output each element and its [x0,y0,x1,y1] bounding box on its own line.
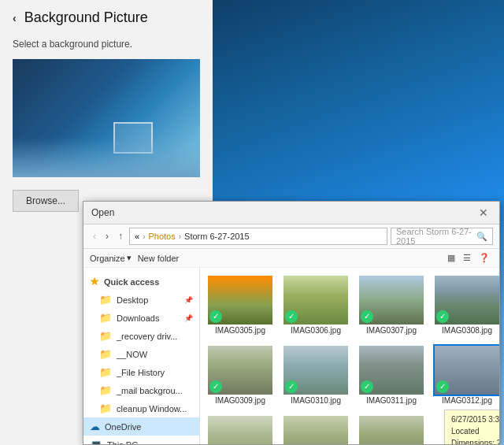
file-item-IMAG0310.jpg[interactable]: IMAG0310.jpg [280,343,351,408]
pin-icon2: 📌 [184,314,193,322]
sidebar-item-file-history[interactable]: 📁 _File History [83,363,199,381]
tooltip-dimensions: Dimensions: 2688 × 1520 [451,437,499,444]
sidebar-item-cleanup[interactable]: 📁 cleanup Window... [83,399,199,417]
recovery-folder-icon: 📁 [99,330,112,342]
sidebar-label-quick-access: Quick access [104,277,159,287]
file-item-IMAG0309.jpg[interactable]: IMAG0309.jpg [205,343,276,408]
sidebar-item-recovery[interactable]: 📁 _recovery driv... [83,327,199,345]
breadcrumb-arrow1: › [143,232,145,241]
breadcrumb-storm[interactable]: Storm 6-27-2015 [184,232,250,241]
file-thumbnail [435,276,499,324]
file-thumbnail [284,346,348,395]
mail-folder-icon: 📁 [99,384,112,396]
file-thumbnail [208,416,272,444]
sidebar-label-this-pc: This PC [107,440,138,445]
sidebar-item-desktop[interactable]: 📁 Desktop 📌 [83,291,199,309]
breadcrumb-photos[interactable]: Photos [148,232,175,241]
sidebar-label-mail: _mail backgrou... [117,386,183,395]
file-thumbnail [435,346,499,395]
downloads-folder-icon: 📁 [99,312,112,324]
file-thumbnail [359,346,424,395]
view-icon-btn[interactable]: ▦ [444,251,458,265]
file-name-label: IMAG0308.jpg [442,326,492,335]
file-grid-container: IMAG0305.jpgIMAG0306.jpgIMAG0307.jpgIMAG… [200,268,499,444]
file-name-label: IMAG0311.jpg [366,396,417,405]
sidebar-item-mail-bg[interactable]: 📁 _mail backgrou... [83,381,199,399]
dialog-title: Open [91,207,114,218]
sidebar-label-now: __NOW [117,350,147,359]
file-name-label: IMAG0312.jpg [442,396,492,405]
view-buttons: ▦ ☰ ❓ [444,251,493,265]
now-folder-icon: 📁 [99,348,112,360]
breadcrumb-arrow2: › [179,232,181,241]
file-item-IMAG0312.jpg[interactable]: IMAG0312.jpg [432,343,499,408]
file-thumbnail [208,346,272,395]
nav-up-button[interactable]: ↑ [115,229,126,243]
view-help-btn[interactable]: ❓ [476,251,493,265]
dialog-close-button[interactable]: ✕ [476,206,491,219]
file-item-IMAG0315.jpg[interactable]: IMAG0315.jpg [356,413,427,444]
file-tooltip: 6/27/2015 3:31 Ph... Located Dimensions:… [444,410,499,444]
sidebar-label-history: _File History [117,368,165,377]
desktop-folder-icon: 📁 [99,294,112,306]
cleanup-folder-icon: 📁 [99,402,112,414]
nav-back-button[interactable]: ‹ [90,229,99,243]
file-item-IMAG0308.jpg[interactable]: IMAG0308.jpg [432,273,499,338]
nav-forward-button[interactable]: › [102,229,112,243]
file-thumbnail [284,276,348,324]
organize-label: Organize [90,254,125,263]
sidebar-label-onedrive: OneDrive [105,422,141,432]
dialog-toolbar: ‹ › ↑ « › Photos › Storm 6-27-2015 Searc… [83,224,499,249]
file-item-IMAG0314.jpg[interactable]: IMAG0314.jpg [280,413,351,444]
sidebar-label-desktop: Desktop [117,295,148,305]
sidebar-item-quick-access[interactable]: ★ Quick access [83,271,199,291]
search-placeholder-text: Search Storm 6-27-2015 [396,227,476,246]
file-thumbnail [208,276,272,324]
browse-button[interactable]: Browse... [13,190,79,212]
file-thumbnail [359,416,424,444]
file-item-IMAG0311.jpg[interactable]: IMAG0311.jpg [356,343,427,408]
sidebar-item-onedrive[interactable]: ☁ OneDrive [83,417,199,436]
quick-access-icon: ★ [90,276,99,287]
this-pc-icon: 💻 [90,439,102,444]
panel-subtitle: Select a background picture. [0,35,213,59]
search-bar[interactable]: Search Storm 6-27-2015 🔍 [391,228,493,245]
search-icon[interactable]: 🔍 [476,232,487,242]
sidebar-item-this-pc[interactable]: 💻 This PC [83,436,199,444]
file-name-label: IMAG0306.jpg [291,326,341,335]
dialog-titlebar: Open ✕ [83,202,499,224]
dialog-actions-bar: Organize ▾ New folder ▦ ☰ ❓ [83,249,499,268]
pin-icon: 📌 [184,296,193,304]
file-name-label: IMAG0305.jpg [215,326,265,335]
sidebar-label-cleanup: cleanup Window... [117,404,187,413]
sidebar-label-downloads: Downloads [117,313,159,323]
organize-button[interactable]: Organize ▾ [90,253,132,263]
file-item-IMAG0305.jpg[interactable]: IMAG0305.jpg [205,273,276,338]
panel-title: Background Picture [24,9,148,26]
file-item-IMAG0306.jpg[interactable]: IMAG0306.jpg [280,273,351,338]
file-name-label: IMAG0310.jpg [291,396,341,405]
view-list-btn[interactable]: ☰ [460,251,474,265]
file-name-label: IMAG0309.jpg [215,396,265,405]
new-folder-button[interactable]: New folder [138,254,180,263]
file-item-IMAG0313.jpg[interactable]: IMAG0313.jpg [205,413,276,444]
sidebar-item-now[interactable]: 📁 __NOW [83,345,199,363]
file-name-label: IMAG0307.jpg [366,326,417,335]
organize-dropdown-icon: ▾ [127,253,132,263]
sidebar-item-downloads[interactable]: 📁 Downloads 📌 [83,309,199,327]
onedrive-icon: ☁ [90,421,100,432]
tooltip-date: 6/27/2015 3:31 Ph... [451,413,499,425]
breadcrumb[interactable]: « › Photos › Storm 6-27-2015 [129,228,387,245]
open-dialog: Open ✕ ‹ › ↑ « › Photos › Storm 6-27-201… [83,201,500,445]
file-item-IMAG0307.jpg[interactable]: IMAG0307.jpg [356,273,427,338]
breadcrumb-prefix: « [135,232,139,241]
file-thumbnail [284,416,348,444]
tooltip-location: Located [451,425,499,437]
sidebar-label-recovery: _recovery driv... [117,332,177,341]
back-button[interactable]: ‹ [13,12,17,24]
background-preview [13,59,200,177]
sidebar: ★ Quick access 📁 Desktop 📌 📁 Downloads 📌… [83,268,200,444]
preview-window [113,122,153,154]
dialog-body: ★ Quick access 📁 Desktop 📌 📁 Downloads 📌… [83,268,499,444]
history-folder-icon: 📁 [99,366,112,378]
